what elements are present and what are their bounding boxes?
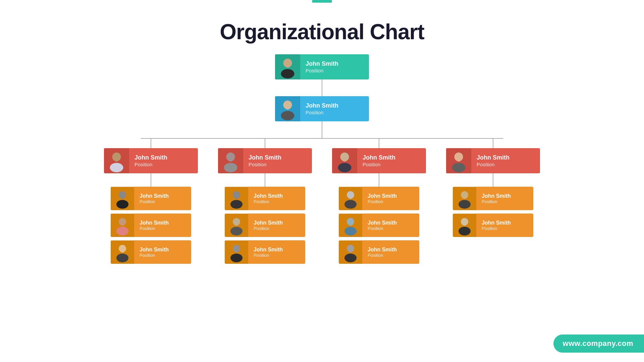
node-l1-pos: Position [306, 68, 364, 73]
branch3-v2 [379, 173, 379, 187]
node-l4-1-1[interactable]: John Smith Position [111, 187, 191, 210]
node-l4-2-1-info: John Smith Position [248, 191, 305, 206]
node-l4-4-1-pos: Position [482, 199, 528, 204]
svg-rect-43 [342, 155, 347, 162]
connector-v2 [322, 121, 322, 138]
svg-rect-27 [228, 155, 233, 162]
svg-rect-7 [285, 103, 290, 110]
node-l2-name: John Smith [306, 102, 364, 110]
svg-point-26 [224, 163, 237, 172]
node-l3-4-pos: Position [477, 162, 535, 167]
svg-rect-19 [120, 220, 125, 226]
svg-point-22 [116, 253, 128, 262]
svg-rect-11 [114, 155, 119, 162]
node-l3-1-info: John Smith Position [129, 152, 198, 169]
node-l4-4-1[interactable]: John Smith Position [453, 187, 533, 210]
node-l3-1-pos: Position [135, 162, 193, 167]
svg-point-58 [452, 163, 466, 172]
node-l1[interactable]: John Smith Position [275, 54, 369, 79]
node-l4-3-2-info: John Smith Position [362, 218, 419, 233]
svg-point-42 [338, 163, 352, 172]
children-4: John Smith Position [453, 187, 533, 240]
node-l3-2[interactable]: John Smith Position [218, 148, 312, 173]
node-l4-3-2-pos: Position [368, 226, 414, 231]
node-l4-2-1[interactable]: John Smith Position [225, 187, 305, 210]
svg-rect-15 [120, 193, 125, 199]
node-l3-3[interactable]: John Smith Position [332, 148, 426, 173]
children-1: John Smith Position [111, 187, 191, 267]
node-l4-3-3[interactable]: John Smith Position [339, 240, 419, 264]
node-l3-4-name: John Smith [477, 154, 535, 162]
node-l3-2-photo [218, 148, 243, 173]
svg-rect-31 [234, 193, 239, 199]
branch-3: John Smith Position [322, 138, 436, 267]
node-l4-2-3-name: John Smith [254, 246, 300, 253]
node-l4-1-3-photo [111, 240, 134, 264]
node-l4-1-1-info: John Smith Position [134, 191, 191, 206]
h-line-main [141, 138, 503, 139]
svg-rect-35 [234, 220, 239, 226]
branch3-v [379, 138, 379, 148]
svg-rect-39 [234, 246, 239, 252]
node-l4-3-3-pos: Position [368, 253, 414, 258]
node-l4-4-1-info: John Smith Position [476, 191, 533, 206]
node-l4-3-3-info: John Smith Position [362, 244, 419, 260]
level1-node: John Smith Position [94, 54, 550, 267]
node-l4-2-3-photo [225, 240, 248, 264]
svg-rect-51 [348, 220, 353, 226]
node-l4-1-2-info: John Smith Position [134, 218, 191, 233]
svg-point-18 [116, 227, 128, 235]
connector-v1 [322, 79, 322, 96]
node-l4-2-3[interactable]: John Smith Position [225, 240, 305, 264]
node-l4-1-3[interactable]: John Smith Position [111, 240, 191, 264]
node-l4-3-2-name: John Smith [368, 220, 414, 226]
node-l4-3-2-photo [339, 214, 362, 237]
branch2-v2 [265, 173, 265, 187]
svg-point-30 [230, 200, 243, 208]
node-l4-2-2[interactable]: John Smith Position [225, 214, 305, 237]
node-l4-4-1-name: John Smith [482, 193, 528, 199]
node-l4-2-1-photo [225, 187, 248, 210]
svg-point-2 [281, 69, 294, 78]
branch1-v2 [151, 173, 151, 187]
node-l3-1[interactable]: John Smith Position [104, 148, 198, 173]
footer-website: www.company.com [553, 335, 644, 353]
node-l2[interactable]: John Smith Position [275, 96, 369, 121]
svg-rect-3 [285, 61, 290, 68]
page-title: Organizational Chart [0, 6, 644, 54]
node-l4-2-1-pos: Position [254, 199, 300, 204]
svg-point-50 [344, 227, 357, 235]
node-l2-pos: Position [306, 110, 364, 115]
node-l4-4-2-name: John Smith [482, 220, 528, 226]
page: Organizational Chart John Smith Position [0, 0, 644, 287]
children-3: John Smith Position [339, 187, 419, 267]
branch4-v2 [493, 173, 493, 187]
node-l4-4-1-photo [453, 187, 476, 210]
node-l4-2-3-info: John Smith Position [248, 244, 305, 260]
node-l4-1-2-photo [111, 214, 134, 237]
node-l4-3-1-info: John Smith Position [362, 191, 419, 206]
node-l4-3-2[interactable]: John Smith Position [339, 214, 419, 237]
node-l3-2-name: John Smith [249, 154, 307, 162]
node-l4-1-1-name: John Smith [140, 193, 186, 199]
node-l4-2-2-info: John Smith Position [248, 218, 305, 233]
node-l3-2-pos: Position [249, 162, 307, 167]
node-l4-2-2-pos: Position [254, 226, 300, 231]
org-chart: John Smith Position [0, 54, 644, 287]
node-l4-1-3-name: John Smith [140, 246, 186, 253]
svg-point-62 [459, 200, 471, 208]
node-l3-3-pos: Position [363, 162, 421, 167]
branch-4: John Smith Position [436, 138, 550, 267]
node-l1-info: John Smith Position [300, 58, 369, 75]
svg-rect-63 [462, 193, 467, 199]
node-l3-4[interactable]: John Smith Position [446, 148, 540, 173]
node-l4-3-1[interactable]: John Smith Position [339, 187, 419, 210]
node-l4-4-2-pos: Position [482, 226, 528, 231]
node-l4-1-2[interactable]: John Smith Position [111, 214, 191, 237]
node-l4-3-1-pos: Position [368, 199, 414, 204]
svg-point-34 [230, 227, 243, 235]
node-l4-3-1-name: John Smith [368, 193, 414, 199]
node-l4-4-2[interactable]: John Smith Position [453, 214, 533, 237]
node-l3-4-info: John Smith Position [471, 152, 540, 169]
node-l3-2-info: John Smith Position [243, 152, 312, 169]
